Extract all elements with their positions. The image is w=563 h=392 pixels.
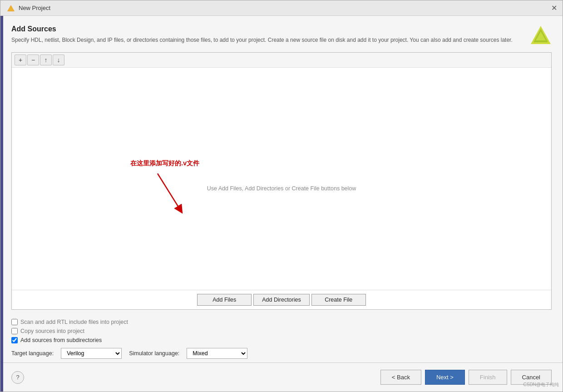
finish-button[interactable]: Finish — [469, 370, 507, 385]
window-title: New Project — [19, 5, 50, 11]
help-button[interactable]: ? — [11, 371, 24, 384]
move-up-button[interactable]: ↑ — [40, 55, 52, 65]
scan-rtl-row: Scan and add RTL include files into proj… — [11, 319, 552, 325]
copy-sources-label: Copy sources into project — [20, 328, 84, 334]
simulator-language-label: Simulator language: — [129, 350, 179, 357]
remove-item-button[interactable]: − — [27, 55, 39, 65]
create-file-button[interactable]: Create File — [311, 294, 366, 306]
target-language-label: Target language: — [11, 350, 54, 357]
cancel-button[interactable]: Cancel — [511, 370, 552, 385]
file-list-body: Use Add Files, Add Directories or Create… — [12, 68, 551, 309]
target-language-select[interactable]: Verilog VHDL SystemVerilog — [61, 348, 122, 359]
empty-message: Use Add Files, Add Directories or Create… — [207, 185, 356, 192]
next-button[interactable]: Next > — [425, 370, 465, 385]
simulator-language-select[interactable]: Mixed Verilog VHDL SystemVerilog — [187, 348, 247, 359]
file-list-toolbar: + − ↑ ↓ — [12, 53, 551, 68]
add-subdirs-row: Add sources from subdirectories — [11, 337, 552, 343]
page-title: Add Sources — [11, 25, 523, 33]
copy-sources-row: Copy sources into project — [11, 328, 552, 334]
copy-sources-checkbox[interactable] — [11, 328, 18, 334]
file-list-container: + − ↑ ↓ Use Add Files, Add Directories o… — [11, 52, 552, 310]
back-button[interactable]: < Back — [380, 370, 421, 385]
annotation-arrow — [130, 169, 212, 223]
options-area: Scan and add RTL include files into proj… — [11, 315, 552, 362]
add-subdirs-label: Add sources from subdirectories — [20, 337, 102, 343]
page-description: Specify HDL, netlist, Block Design, and … — [11, 36, 523, 44]
add-item-button[interactable]: + — [15, 55, 26, 65]
page-header: Add Sources Specify HDL, netlist, Block … — [11, 25, 552, 47]
vivado-icon — [7, 4, 15, 12]
annotation-text: 在这里添加写好的.v文件 — [130, 159, 199, 168]
scan-rtl-checkbox[interactable] — [11, 319, 18, 325]
add-directories-button[interactable]: Add Directories — [253, 294, 309, 306]
add-subdirs-checkbox[interactable] — [11, 337, 18, 343]
language-row: Target language: Verilog VHDL SystemVeri… — [11, 348, 552, 359]
move-down-button[interactable]: ↓ — [53, 55, 64, 65]
scan-rtl-label: Scan and add RTL include files into proj… — [20, 319, 128, 325]
footer: ? < Back Next > Finish Cancel — [0, 362, 563, 392]
vivado-logo — [530, 25, 552, 47]
svg-line-6 — [158, 174, 180, 210]
title-bar: New Project ✕ — [0, 0, 563, 16]
close-button[interactable]: ✕ — [551, 5, 557, 12]
add-files-button[interactable]: Add Files — [197, 294, 252, 306]
